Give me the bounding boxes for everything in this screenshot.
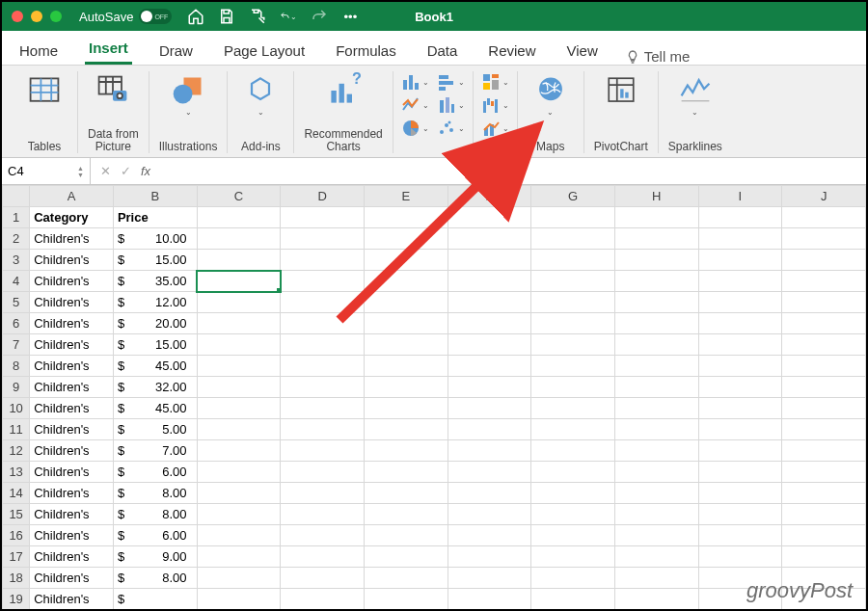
cell[interactable] xyxy=(782,483,866,504)
cell[interactable] xyxy=(531,292,615,313)
cell[interactable] xyxy=(197,334,281,356)
cell[interactable] xyxy=(364,462,448,483)
cell[interactable] xyxy=(782,356,866,377)
combo-chart-button[interactable]: ⌄ xyxy=(479,118,511,139)
cell[interactable] xyxy=(698,292,782,313)
tab-formulas[interactable]: Formulas xyxy=(332,37,400,65)
cell[interactable] xyxy=(197,313,281,334)
statistic-chart-button[interactable]: ⌄ xyxy=(435,94,467,116)
cell[interactable] xyxy=(448,334,531,356)
cell[interactable] xyxy=(364,292,448,313)
cell[interactable] xyxy=(531,228,615,250)
cell[interactable] xyxy=(364,419,448,440)
cell[interactable]: $5.00 xyxy=(113,419,197,440)
cell[interactable] xyxy=(448,589,531,610)
cell[interactable] xyxy=(531,356,615,377)
cell[interactable]: Children's xyxy=(30,462,114,483)
tab-view[interactable]: View xyxy=(563,37,602,65)
cell[interactable] xyxy=(614,440,698,462)
fullscreen-icon[interactable] xyxy=(50,11,62,22)
cell[interactable] xyxy=(197,525,281,546)
pivotchart-button[interactable] xyxy=(598,71,644,110)
cell[interactable]: $8.00 xyxy=(113,483,197,504)
cell[interactable]: $6.00 xyxy=(113,525,197,546)
cell[interactable] xyxy=(782,462,866,483)
cell[interactable] xyxy=(281,568,365,589)
cell[interactable] xyxy=(364,525,448,546)
cell[interactable] xyxy=(197,228,281,250)
row-header[interactable]: 1 xyxy=(3,207,30,228)
cell[interactable] xyxy=(531,589,615,610)
col-header[interactable]: G xyxy=(531,186,615,207)
addins-button[interactable]: ⌄ xyxy=(237,71,284,119)
cell[interactable] xyxy=(698,525,782,546)
cell[interactable] xyxy=(197,398,281,419)
cell[interactable] xyxy=(281,356,365,377)
illustrations-button[interactable]: ⌄ xyxy=(165,71,211,119)
formula-input[interactable] xyxy=(160,158,866,184)
cell[interactable] xyxy=(614,313,698,334)
col-header[interactable]: F xyxy=(448,186,531,207)
cell[interactable] xyxy=(281,525,365,546)
tab-page-layout[interactable]: Page Layout xyxy=(220,37,309,65)
waterfall-chart-button[interactable]: ⌄ xyxy=(479,94,511,116)
cell[interactable] xyxy=(364,546,448,568)
cell[interactable] xyxy=(614,250,698,271)
cell[interactable] xyxy=(531,440,615,462)
cell[interactable] xyxy=(614,589,698,610)
tab-data[interactable]: Data xyxy=(423,37,462,65)
cell[interactable] xyxy=(281,377,365,398)
cell[interactable] xyxy=(782,207,866,228)
cell[interactable] xyxy=(364,207,448,228)
cell[interactable]: $20.00 xyxy=(113,313,197,334)
cell[interactable] xyxy=(614,462,698,483)
cell[interactable] xyxy=(448,504,531,525)
cell[interactable] xyxy=(782,546,866,568)
cell[interactable]: $45.00 xyxy=(113,356,197,377)
row-header[interactable]: 19 xyxy=(3,589,30,610)
col-header[interactable]: E xyxy=(364,186,448,207)
cell[interactable] xyxy=(197,589,281,610)
cell[interactable] xyxy=(197,377,281,398)
cell[interactable] xyxy=(281,228,365,250)
cell[interactable] xyxy=(782,440,866,462)
home-icon[interactable] xyxy=(187,8,204,25)
cell[interactable]: $12.00 xyxy=(113,292,197,313)
save-icon[interactable] xyxy=(218,8,235,25)
row-header[interactable]: 6 xyxy=(3,313,30,334)
cell[interactable]: $10.00 xyxy=(113,228,197,250)
cell[interactable] xyxy=(614,356,698,377)
row-header[interactable]: 18 xyxy=(3,568,30,589)
cell[interactable]: Children's xyxy=(30,568,114,589)
cell[interactable] xyxy=(698,504,782,525)
cell[interactable] xyxy=(531,568,615,589)
tell-me[interactable]: Tell me xyxy=(625,48,691,65)
cell[interactable] xyxy=(281,250,365,271)
cell[interactable] xyxy=(448,546,531,568)
cell[interactable] xyxy=(698,377,782,398)
row-header[interactable]: 2 xyxy=(3,228,30,250)
cell[interactable] xyxy=(197,207,281,228)
cell[interactable] xyxy=(698,271,782,292)
cell[interactable] xyxy=(364,589,448,610)
col-header[interactable]: J xyxy=(782,186,866,207)
cell[interactable] xyxy=(281,313,365,334)
cell[interactable] xyxy=(698,462,782,483)
cell[interactable] xyxy=(531,207,615,228)
cell[interactable] xyxy=(614,334,698,356)
cell[interactable] xyxy=(448,440,531,462)
cell[interactable] xyxy=(448,462,531,483)
row-header[interactable]: 8 xyxy=(3,356,30,377)
cell[interactable] xyxy=(698,483,782,504)
cell[interactable] xyxy=(197,462,281,483)
row-header[interactable]: 14 xyxy=(3,483,30,504)
cell[interactable] xyxy=(614,271,698,292)
row-header[interactable]: 3 xyxy=(3,250,30,271)
cell[interactable] xyxy=(364,250,448,271)
cell[interactable] xyxy=(782,525,866,546)
cell[interactable] xyxy=(614,483,698,504)
cell[interactable]: $15.00 xyxy=(113,334,197,356)
cell[interactable] xyxy=(531,546,615,568)
cell[interactable] xyxy=(782,313,866,334)
cell[interactable] xyxy=(281,334,365,356)
